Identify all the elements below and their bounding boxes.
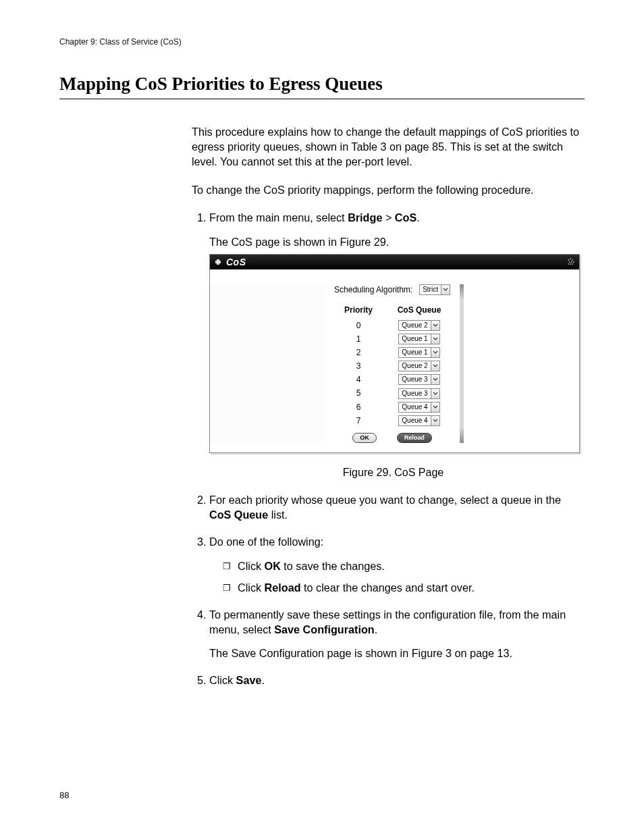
reload-button[interactable]: Reload: [397, 433, 432, 443]
body-column: This procedure explains how to change th…: [192, 125, 585, 688]
step-5: Click Save.: [209, 673, 585, 688]
svg-rect-6: [571, 261, 572, 263]
cos-priority-table: Priority CoS Queue 0 Queue 2 1: [331, 305, 453, 426]
step-5-text-c: .: [261, 674, 265, 686]
priority-cell: 5: [356, 388, 361, 398]
chevron-down-icon: [431, 348, 439, 357]
procedure-steps: From the main menu, select Bridge > CoS.…: [192, 211, 585, 688]
cos-queue-select-7[interactable]: Queue 4: [398, 415, 439, 426]
cos-queue-value: Queue 3: [399, 376, 430, 383]
cos-queue-select-1[interactable]: Queue 1: [398, 334, 439, 344]
step-2-text-c: list.: [268, 509, 288, 521]
cos-queue-select-5[interactable]: Queue 3: [398, 388, 439, 399]
scheduling-row: Scheduling Algorithm: Strict: [331, 284, 453, 295]
step-1-bridge: Bridge: [348, 211, 382, 224]
figure-caption: Figure 29. CoS Page: [209, 465, 577, 480]
step-3-sub-1-b: OK: [265, 560, 281, 572]
svg-rect-9: [572, 263, 574, 265]
step-2-bold: CoS Queue: [209, 509, 268, 521]
svg-rect-4: [572, 259, 574, 261]
figure-29: CoS Scheduling Algorithm:: [209, 254, 577, 479]
col-header-priority: Priority: [344, 305, 373, 317]
chevron-down-icon: [431, 321, 439, 330]
svg-rect-10: [573, 261, 574, 263]
svg-rect-8: [570, 263, 572, 265]
step-5-bold: Save: [236, 674, 262, 686]
chevron-down-icon: [441, 285, 450, 294]
step-1-gt: >: [382, 211, 394, 224]
step-4-detail: The Save Configuration page is shown in …: [209, 646, 585, 661]
step-3-sublist: Click OK to save the changes. Click Relo…: [209, 559, 585, 596]
page-number: 88: [59, 790, 69, 800]
step-4-bold: Save Configuration: [274, 623, 374, 635]
priority-cell: 7: [356, 415, 361, 426]
priority-cell: 0: [356, 320, 361, 331]
priority-cell: 4: [356, 374, 361, 385]
step-1-cos: CoS: [395, 211, 417, 224]
chapter-header: Chapter 9: Class of Service (CoS): [59, 37, 585, 47]
cos-queue-value: Queue 1: [399, 336, 430, 342]
chevron-down-icon: [431, 389, 439, 398]
chevron-down-icon: [431, 334, 439, 344]
cos-panel: CoS Scheduling Algorithm:: [209, 254, 580, 453]
step-1-text-a: From the main menu, select: [209, 211, 348, 224]
step-3-sub-2-c: to clear the changes and start over.: [301, 581, 475, 594]
cos-queue-value: Queue 3: [399, 390, 430, 397]
cos-queue-select-4[interactable]: Queue 3: [398, 374, 439, 385]
button-row: OK Reload: [331, 433, 453, 443]
cos-queue-value: Queue 2: [399, 363, 430, 369]
step-3-sub-2-b: Reload: [265, 581, 301, 594]
cos-queue-select-6[interactable]: Queue 4: [398, 402, 439, 413]
col-header-cos-queue: CoS Queue: [398, 305, 441, 317]
step-3-text: Do one of the following:: [209, 536, 323, 548]
cos-queue-value: Queue 4: [399, 404, 430, 411]
step-4-text-c: .: [375, 623, 378, 635]
step-3-sub-1-c: to save the changes.: [281, 560, 385, 572]
svg-rect-1: [215, 261, 221, 263]
cos-queue-value: Queue 2: [399, 322, 430, 329]
ok-button[interactable]: OK: [352, 433, 377, 443]
chevron-down-icon: [431, 416, 439, 425]
step-2: For each priority whose queue you want t…: [209, 493, 585, 523]
step-2-text-a: For each priority whose queue you want t…: [209, 494, 561, 506]
cos-titlebar: CoS: [210, 255, 579, 269]
step-4: To permanently save these settings in th…: [209, 608, 585, 662]
svg-rect-5: [569, 261, 570, 263]
step-3-sub-1: Click OK to save the changes.: [223, 559, 585, 574]
scheduling-algorithm-label: Scheduling Algorithm:: [334, 284, 412, 295]
cos-queue-select-0[interactable]: Queue 2: [398, 320, 439, 331]
cos-queue-value: Queue 1: [399, 349, 430, 356]
step-3-sub-2-a: Click: [238, 581, 265, 594]
intro-paragraph-2: To change the CoS priority mappings, per…: [192, 183, 585, 198]
step-1-dot: .: [417, 211, 420, 224]
panel-right-edge: [460, 284, 464, 443]
scheduling-algorithm-select[interactable]: Strict: [419, 284, 450, 295]
step-3: Do one of the following: Click OK to sav…: [209, 535, 585, 596]
cos-queue-select-2[interactable]: Queue 1: [398, 347, 439, 358]
cos-left-gutter: [210, 284, 325, 443]
cos-queue-select-3[interactable]: Queue 2: [398, 361, 439, 371]
step-1: From the main menu, select Bridge > CoS.…: [209, 211, 585, 479]
svg-rect-3: [570, 259, 572, 260]
svg-rect-7: [568, 263, 570, 265]
cos-form: Scheduling Algorithm: Strict Priority Co…: [325, 284, 460, 443]
step-3-sub-1-a: Click: [238, 560, 265, 572]
intro-paragraph-1: This procedure explains how to change th…: [192, 125, 585, 170]
scheduling-algorithm-value: Strict: [420, 286, 441, 293]
section-title: Mapping CoS Priorities to Egress Queues: [59, 74, 585, 95]
svg-rect-2: [568, 259, 570, 261]
titlebar-right-icon: [567, 257, 575, 267]
titlebar-left-icon: [214, 259, 222, 265]
cos-queue-value: Queue 4: [399, 417, 430, 424]
title-rule: [59, 99, 585, 99]
priority-cell: 3: [356, 361, 361, 371]
chevron-down-icon: [431, 361, 439, 371]
priority-cell: 1: [356, 334, 361, 344]
step-4-text-a: To permanently save these settings in th…: [209, 608, 566, 635]
chevron-down-icon: [431, 375, 439, 384]
step-5-text-a: Click: [209, 674, 236, 686]
cos-title: CoS: [226, 256, 567, 269]
chevron-down-icon: [431, 402, 439, 412]
priority-cell: 2: [356, 347, 361, 358]
step-3-sub-2: Click Reload to clear the changes and st…: [223, 581, 585, 596]
